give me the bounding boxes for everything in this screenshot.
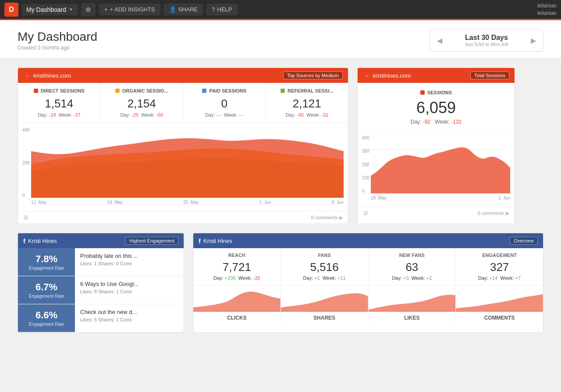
metric-value: 2,121: [273, 97, 341, 110]
user-name: leilanian: [537, 2, 557, 10]
bottom-label-cell: SHARES: [281, 312, 369, 324]
widget-badge: Total Sessions: [470, 71, 509, 79]
engagement-content: 6 Ways to Use Googl... Likes: 8 Shares: …: [75, 276, 184, 304]
engagement-item[interactable]: 6.7% Engagement Rate 6 Ways to Use Googl…: [18, 276, 184, 304]
date-range-sub: Sun 5/10 to Mon 6/8: [447, 42, 526, 47]
user-info: leilanian leilanian: [537, 2, 557, 17]
fb-overview-badge: Overview: [510, 237, 538, 245]
add-insights-label: + ADD INSIGHTS: [110, 6, 155, 13]
sessions-color-dot: [420, 90, 425, 95]
day-change: -92: [423, 119, 430, 125]
fb-widget-badge: Highest Engagement: [125, 237, 178, 245]
engagement-content: Probably late on this ... Likes: 1 Share…: [75, 248, 184, 276]
widget-settings-icon[interactable]: ⚙: [23, 214, 29, 221]
add-insights-button[interactable]: + + ADD INSIGHTS: [99, 4, 160, 15]
metric-value: 1,514: [25, 97, 93, 110]
engagement-rate-value: 7.8%: [36, 253, 57, 265]
fb-metric-cell: ENGAGEMENT 327 Day: +14 Week: +7: [456, 248, 543, 285]
engagement-content: Check out the new d... Likes: 5 Shares: …: [75, 304, 184, 332]
engagement-meta: Likes: 5 Shares: 1 Comr: [80, 317, 178, 322]
dashboard-selector[interactable]: My Dashboard ▼: [22, 4, 78, 15]
fb-widget-header: f Kristi Hines Highest Engagement: [18, 233, 184, 248]
engagement-title: 6 Ways to Use Googl...: [80, 281, 178, 287]
fb-metric-changes: Day: +1 Week: +11: [284, 275, 365, 281]
fb-overview-header: f Kristi Hines Overview: [193, 233, 543, 248]
metric-cell: PAID SESSIONS 0 Day: — Week: —: [183, 83, 266, 123]
engagement-rate-label: Engagement Rate: [29, 322, 64, 327]
engagement-rate-box: 6.6% Engagement Rate: [18, 304, 75, 332]
color-dot: [280, 89, 285, 93]
fb-metrics-row: REACH 7,721 Day: +236 Week: -20 FANS 5,5…: [193, 248, 543, 285]
metric-label: PAID SESSIONS: [190, 88, 259, 93]
widget-settings-icon[interactable]: ⚙: [363, 210, 369, 217]
page-header: My Dashboard Created 2 months ago ◀ Last…: [0, 20, 561, 59]
likes-sparkline: [369, 285, 456, 312]
prev-period-button[interactable]: ◀: [437, 36, 442, 45]
total-sessions-chart-area: 400 300 200 100 0 18. May 1. Jun: [358, 132, 515, 207]
metric-value: 0: [190, 97, 259, 110]
help-icon: ?: [212, 6, 215, 13]
sessions-changes: Day: -92 Week: -131: [411, 119, 462, 125]
metric-name: DIRECT SESSIONS: [41, 88, 85, 93]
engagement-rate-box: 7.8% Engagement Rate: [18, 248, 75, 276]
comments-count: 0 comments ▶: [478, 210, 509, 216]
comment-triangle-icon: ▶: [339, 215, 343, 221]
engagement-item[interactable]: 7.8% Engagement Rate Probably late on th…: [18, 248, 184, 276]
chevron-down-icon: ▼: [69, 7, 73, 12]
x-label: 18. May: [371, 196, 387, 200]
settings-button[interactable]: ⚙: [81, 3, 96, 16]
help-button[interactable]: ? HELP: [206, 4, 237, 15]
fb-page-name: Kristi Hines: [28, 238, 57, 244]
color-dot: [115, 89, 120, 93]
facebook-icon: f: [23, 237, 25, 245]
fb-overview-name: Kristi Hines: [203, 238, 232, 244]
dashboard-name-label: My Dashboard: [26, 6, 66, 13]
metric-value: 2,154: [108, 97, 176, 110]
shares-sparkline: [281, 285, 369, 312]
metric-changes: Day: -45 Week: -31: [273, 112, 341, 118]
fb-metric-value: 327: [459, 260, 540, 274]
user-email: leilanian: [537, 10, 557, 17]
metric-label: REFERRAL SESSI...: [273, 88, 341, 93]
metric-name: PAID SESSIONS: [209, 88, 246, 93]
metric-name: REFERRAL SESSI...: [288, 88, 333, 93]
x-label: 1. Jun: [259, 200, 271, 205]
fire-icon: 🔖: [23, 72, 31, 79]
fb-metric-label: NEW FANS: [372, 253, 452, 258]
next-period-button[interactable]: ▶: [531, 36, 536, 45]
sparkline-row: [193, 285, 543, 312]
fb-metric-label: REACH: [197, 253, 277, 258]
comment-triangle-icon: ▶: [506, 210, 509, 216]
total-sessions-metric: SESSIONS 6,059 Day: -92 Week: -131: [358, 83, 515, 132]
fire-icon: 🔖: [363, 72, 370, 79]
widget-header: 🔖 kristihines.com Top Sources by Medium: [18, 68, 348, 83]
sessions-widget-row: 🔖 kristihines.com Top Sources by Medium …: [18, 68, 543, 224]
fb-metric-value: 7,721: [197, 260, 277, 274]
x-label: 11. May: [31, 200, 47, 205]
x-label: 18. May: [107, 200, 123, 205]
fb-metric-changes: Day: +3 Week: +2: [372, 275, 452, 281]
page-title: My Dashboard: [18, 30, 97, 44]
fb-metric-value: 5,516: [284, 260, 365, 274]
facebook-widget-row: f Kristi Hines Highest Engagement 7.8% E…: [18, 233, 543, 333]
top-navigation: D My Dashboard ▼ ⚙ + + ADD INSIGHTS 👤 SH…: [0, 0, 561, 20]
metric-cell: DIRECT SESSIONS 1,514 Day: -19 Week: -37: [18, 83, 101, 123]
fb-metric-value: 63: [372, 260, 452, 274]
share-button[interactable]: 👤 SHARE: [164, 4, 203, 15]
facebook-icon: f: [199, 237, 201, 245]
app-logo: D: [4, 3, 18, 17]
help-label: HELP: [217, 6, 232, 13]
metric-name: ORGANIC SESSIO...: [122, 88, 168, 93]
chart-footer: ⚙ 0 comments ▶: [358, 207, 515, 219]
y-axis-labels: 400 300 200 100 0: [362, 135, 369, 193]
clicks-sparkline: [193, 285, 281, 312]
widget-header: 🔖 kristihines.com Total Sessions: [358, 68, 515, 83]
engagement-rate-label: Engagement Rate: [29, 294, 64, 299]
engagement-item[interactable]: 6.6% Engagement Rate Check out the new d…: [18, 304, 184, 332]
bottom-label-row: CLICKSSHARESLIKESCOMMENTS: [193, 312, 543, 324]
chart-footer: ⚙ 0 comments ▶: [18, 211, 348, 224]
sessions-chart-area: 400 200 0 11: [18, 123, 348, 211]
metric-cell: ORGANIC SESSIO... 2,154 Day: -25 Week: -…: [101, 83, 184, 123]
date-range-picker[interactable]: ◀ Last 30 Days Sun 5/10 to Mon 6/8 ▶: [430, 29, 543, 52]
fb-engagement-widget: f Kristi Hines Highest Engagement 7.8% E…: [18, 233, 184, 333]
